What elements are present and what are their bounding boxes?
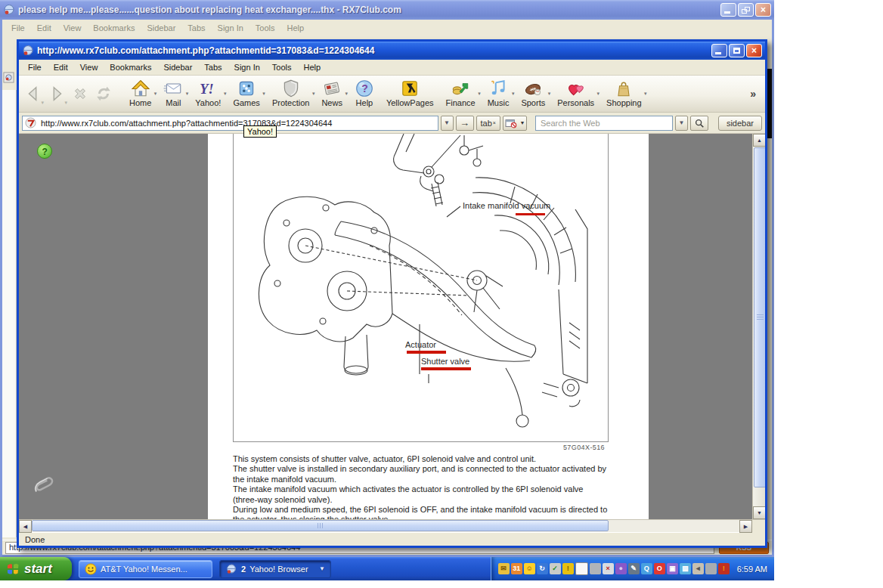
inner-titlebar[interactable]: http://www.rx7club.com/attachment.php?at… <box>19 42 765 60</box>
globe-icon[interactable]: ● <box>615 563 627 574</box>
scroll-left-button[interactable]: ◀ <box>19 520 32 533</box>
inner-menu-sign-in[interactable]: Sign In <box>228 61 266 73</box>
new-mail-icon[interactable]: ✉ <box>498 563 510 574</box>
horizontal-scroll-thumb[interactable] <box>32 520 609 531</box>
dropdown-caret-icon[interactable]: ▾ <box>478 91 481 97</box>
back-button[interactable]: ▾ <box>22 80 45 107</box>
network-error-icon[interactable]: × <box>603 563 614 574</box>
calendar-icon[interactable]: 31 <box>511 563 522 574</box>
dropdown-caret-icon[interactable]: ▾ <box>154 91 157 97</box>
outer-menu-file[interactable]: File <box>5 22 31 34</box>
dropdown-caret-icon[interactable]: ▾ <box>345 91 348 97</box>
maximize-button[interactable] <box>729 44 745 57</box>
vertical-scroll-thumb[interactable] <box>754 147 765 487</box>
task-group-dropdown-icon[interactable]: ▼ <box>319 565 325 572</box>
quicktime-icon[interactable]: Q <box>641 563 652 574</box>
scroll-right-button[interactable]: ▶ <box>739 520 752 533</box>
dropdown-caret-icon[interactable]: ▾ <box>312 91 315 97</box>
mouse-icon[interactable] <box>705 563 717 574</box>
new-tab-button[interactable]: tab× <box>476 116 500 131</box>
inner-menu-edit[interactable]: Edit <box>48 61 74 73</box>
dropdown-caret-icon[interactable]: ▾ <box>186 91 189 97</box>
outer-menu-bookmarks[interactable]: Bookmarks <box>87 22 141 34</box>
go-button[interactable]: → <box>456 116 474 131</box>
outer-menu-view[interactable]: View <box>57 22 88 34</box>
url-dropdown-button[interactable]: ▼ <box>441 116 454 131</box>
dropdown-caret-icon[interactable]: ▾ <box>262 91 265 97</box>
inner-menu-file[interactable]: File <box>22 61 48 73</box>
toolbar-button-protection[interactable]: ▾Protection <box>267 76 315 111</box>
minimize-button[interactable] <box>711 44 727 57</box>
dropdown-caret-icon[interactable]: ▾ <box>512 91 515 97</box>
window-icon[interactable] <box>575 562 588 575</box>
close-button[interactable]: × <box>746 44 762 57</box>
volume-alert-icon[interactable]: ◄ <box>692 563 704 574</box>
taskbar-task-browser-group[interactable]: 2 Yahoo! Browser ▼ <box>219 560 331 578</box>
truck-icon[interactable] <box>590 563 601 574</box>
printer-icon[interactable]: ✓ <box>550 563 561 574</box>
outer-menu-help[interactable]: Help <box>281 22 311 34</box>
outer-titlebar[interactable]: please help me...please......question ab… <box>0 0 774 20</box>
sync-icon[interactable]: ↻ <box>537 563 548 574</box>
stylus-icon[interactable]: ✎ <box>628 563 640 574</box>
toolbar-button-music[interactable]: ▾Music <box>482 76 515 111</box>
toolbar-button-finance[interactable]: ▾Finance <box>441 76 481 111</box>
taskbar-task-messenger[interactable]: AT&T Yahoo! Messen... <box>79 560 212 578</box>
inner-menu-view[interactable]: View <box>74 61 104 73</box>
url-input[interactable] <box>39 118 435 128</box>
refresh-button[interactable] <box>92 80 115 107</box>
scroll-up-button[interactable]: ▲ <box>753 134 765 147</box>
toolbar-button-games[interactable]: ▾Games <box>228 76 265 111</box>
toolbar-button-personals[interactable]: ▾Personals <box>552 76 600 111</box>
web-search-field[interactable] <box>535 116 673 131</box>
search-input[interactable] <box>539 118 669 128</box>
inner-menu-tools[interactable]: Tools <box>266 61 298 73</box>
security-alert-icon[interactable]: ! <box>718 563 730 574</box>
stop-button[interactable] <box>69 80 91 107</box>
toolbar-button-shopping[interactable]: ▾Shopping <box>601 76 647 111</box>
horizontal-scrollbar[interactable]: ◀ ▶ <box>19 519 765 532</box>
forward-button[interactable]: ▾ <box>45 80 68 107</box>
outer-menu-sign-in[interactable]: Sign In <box>212 22 249 34</box>
toolbar-button-news[interactable]: ▾News <box>316 76 348 111</box>
toolbar-button-home[interactable]: ▾Home <box>124 76 156 111</box>
start-button[interactable]: start <box>0 557 72 580</box>
outer-minimize-button[interactable] <box>720 3 736 17</box>
toolbar-overflow-button[interactable]: » <box>744 88 762 100</box>
inner-menu-sidebar[interactable]: Sidebar <box>157 61 198 73</box>
sidebar-button[interactable]: sidebar <box>718 116 762 131</box>
messenger-smiley-icon[interactable]: ☺ <box>524 563 535 574</box>
toolbar-button-yellowpages[interactable]: YellowPages <box>381 76 439 111</box>
toolbar-button-sports[interactable]: ▾Sports <box>516 76 550 111</box>
dropdown-caret-icon[interactable]: ▾ <box>644 91 647 97</box>
scroll-down-button[interactable]: ▼ <box>753 506 765 519</box>
search-dropdown-button[interactable]: ▼ <box>675 116 688 131</box>
toolbar-button-help[interactable]: ?Help <box>349 76 380 111</box>
toolbar-button-mail[interactable]: ▾Mail <box>158 76 188 111</box>
display-icon[interactable]: ▤ <box>680 563 691 574</box>
back-dropdown-icon[interactable]: ▾ <box>41 100 44 106</box>
search-button[interactable] <box>690 116 708 131</box>
url-field[interactable] <box>22 116 438 131</box>
outer-menu-tabs[interactable]: Tabs <box>181 22 211 34</box>
outer-menu-sidebar[interactable]: Sidebar <box>141 22 181 34</box>
outer-menu-tools[interactable]: Tools <box>249 22 281 34</box>
shield-alert-icon[interactable]: ! <box>562 563 574 574</box>
outer-menu-edit[interactable]: Edit <box>31 22 57 34</box>
popup-blocker-button[interactable]: ▼ <box>503 116 527 131</box>
dropdown-caret-icon[interactable]: ▾ <box>597 91 600 97</box>
outer-close-button[interactable]: × <box>755 3 771 17</box>
taskbar-clock[interactable]: 6:59 AM <box>737 565 767 574</box>
dropdown-caret-icon[interactable]: ▾ <box>224 91 227 97</box>
inner-menu-tabs[interactable]: Tabs <box>198 61 228 73</box>
dropdown-caret-icon[interactable]: ▾ <box>548 91 551 97</box>
vertical-scrollbar[interactable]: ▲ ▼ <box>752 134 765 519</box>
ring-icon[interactable]: O <box>654 563 665 574</box>
forward-dropdown-icon[interactable]: ▾ <box>64 100 67 106</box>
inner-menu-bookmarks[interactable]: Bookmarks <box>104 61 157 73</box>
toolbar-button-yahoo[interactable]: Y!▾Yahoo! <box>190 76 226 111</box>
outer-restore-button[interactable] <box>738 3 754 17</box>
help-bubble-icon[interactable]: ? <box>36 143 53 159</box>
inner-menu-help[interactable]: Help <box>298 61 327 73</box>
network-icon[interactable]: ▣ <box>667 563 678 574</box>
